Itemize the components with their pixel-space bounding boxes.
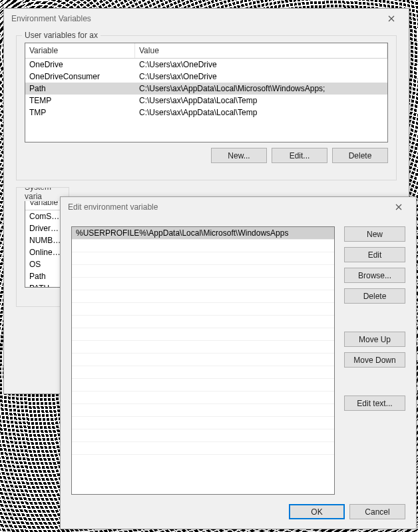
table-row[interactable]: OnlineSer bbox=[25, 246, 65, 258]
list-item[interactable] bbox=[72, 265, 334, 278]
table-row[interactable]: DriverData bbox=[25, 222, 65, 234]
ok-button[interactable]: OK bbox=[289, 504, 345, 519]
col-header-value[interactable]: Value bbox=[135, 43, 387, 58]
list-item[interactable] bbox=[72, 379, 334, 392]
list-item[interactable] bbox=[72, 240, 334, 252]
cell-variable: OS bbox=[25, 258, 65, 270]
browse-button[interactable]: Browse... bbox=[344, 268, 405, 283]
list-item[interactable] bbox=[72, 392, 334, 404]
cell-value: C:\Users\ax\OneDrive bbox=[135, 71, 387, 83]
env-vars-title: Environment Variables bbox=[9, 14, 379, 23]
user-vars-legend: User variables for ax bbox=[22, 31, 101, 40]
table-row[interactable]: OneDriveConsumerC:\Users\ax\OneDrive bbox=[25, 71, 387, 83]
list-item[interactable] bbox=[72, 354, 334, 366]
user-vars-list[interactable]: Variable Value OneDriveC:\Users\ax\OneDr… bbox=[25, 43, 388, 142]
close-icon[interactable] bbox=[379, 11, 403, 27]
move-up-button[interactable]: Move Up bbox=[344, 332, 405, 347]
table-row[interactable]: PathC:\Users\ax\AppData\Local\Microsoft\… bbox=[25, 83, 387, 95]
list-item[interactable] bbox=[72, 404, 334, 417]
cell-variable: DriverData bbox=[25, 222, 65, 234]
user-edit-button[interactable]: Edit... bbox=[272, 148, 327, 163]
cell-value: C:\Users\ax\OneDrive bbox=[135, 59, 387, 71]
cancel-button[interactable]: Cancel bbox=[349, 504, 405, 519]
list-item[interactable] bbox=[72, 417, 334, 429]
edit-env-titlebar[interactable]: Edit environment variable bbox=[61, 197, 416, 217]
table-row[interactable]: Path bbox=[25, 270, 65, 282]
table-row[interactable]: TEMPC:\Users\ax\AppData\Local\Temp bbox=[25, 95, 387, 107]
new-button[interactable]: New bbox=[344, 226, 405, 242]
cell-variable: OneDrive bbox=[25, 59, 135, 71]
table-row[interactable]: OS bbox=[25, 258, 65, 270]
cell-variable: OneDriveConsumer bbox=[25, 71, 135, 83]
table-row[interactable]: TMPC:\Users\ax\AppData\Local\Temp bbox=[25, 107, 387, 119]
list-item[interactable] bbox=[72, 252, 334, 265]
table-row[interactable]: PATHEXT bbox=[25, 282, 65, 288]
user-new-button[interactable]: New... bbox=[211, 148, 267, 163]
cell-variable: Path bbox=[25, 83, 135, 95]
close-icon[interactable] bbox=[387, 199, 411, 215]
edit-button[interactable]: Edit bbox=[344, 247, 405, 262]
cell-value: C:\Users\ax\AppData\Local\Temp bbox=[135, 95, 387, 107]
list-item[interactable] bbox=[72, 303, 334, 316]
table-row[interactable]: NUMBER_ bbox=[25, 234, 65, 246]
cell-variable: PATHEXT bbox=[25, 282, 65, 288]
list-item[interactable] bbox=[72, 341, 334, 354]
delete-button[interactable]: Delete bbox=[344, 288, 405, 304]
cell-variable: TEMP bbox=[25, 95, 135, 107]
list-item[interactable] bbox=[72, 442, 334, 455]
edit-text-button[interactable]: Edit text... bbox=[344, 396, 405, 411]
cell-variable: NUMBER_ bbox=[25, 234, 65, 246]
list-item[interactable] bbox=[72, 278, 334, 290]
cell-variable: TMP bbox=[25, 107, 135, 119]
cell-variable: Path bbox=[25, 270, 65, 282]
user-vars-group: User variables for ax Variable Value One… bbox=[16, 35, 397, 180]
cell-value: C:\Users\ax\AppData\Local\Microsoft\Wind… bbox=[135, 83, 387, 95]
cell-variable: ComSpec bbox=[25, 210, 65, 222]
path-entries-list[interactable]: %USERPROFILE%\AppData\Local\Microsoft\Wi… bbox=[71, 226, 335, 495]
list-item[interactable] bbox=[72, 429, 334, 442]
list-item[interactable]: %USERPROFILE%\AppData\Local\Microsoft\Wi… bbox=[72, 227, 334, 240]
env-vars-titlebar[interactable]: Environment Variables bbox=[4, 9, 409, 29]
user-vars-header[interactable]: Variable Value bbox=[25, 43, 387, 59]
list-item[interactable] bbox=[72, 328, 334, 341]
cell-variable: OnlineSer bbox=[25, 246, 65, 258]
cell-value: C:\Users\ax\AppData\Local\Temp bbox=[135, 107, 387, 119]
list-item[interactable] bbox=[72, 316, 334, 328]
col-header-variable[interactable]: Variable bbox=[25, 43, 135, 58]
list-item[interactable] bbox=[72, 366, 334, 379]
list-item[interactable] bbox=[72, 290, 334, 303]
table-row[interactable]: OneDriveC:\Users\ax\OneDrive bbox=[25, 59, 387, 71]
user-delete-button[interactable]: Delete bbox=[332, 148, 388, 163]
move-down-button[interactable]: Move Down bbox=[344, 352, 405, 368]
edit-env-var-dialog: Edit environment variable %USERPROFILE%\… bbox=[60, 196, 417, 529]
edit-env-title: Edit environment variable bbox=[66, 202, 387, 212]
table-row[interactable]: ComSpec bbox=[25, 210, 65, 222]
